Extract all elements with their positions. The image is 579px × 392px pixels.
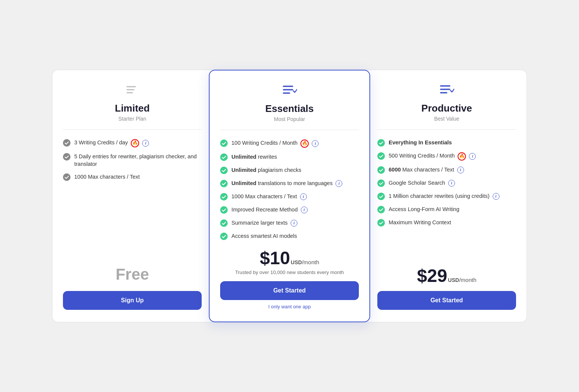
feature-text: 1 Million character rewrites (using cred… bbox=[389, 192, 516, 200]
feature-productive-3: Google Scholar Search i bbox=[377, 179, 516, 187]
feature-text: Unlimited translations to more languages… bbox=[231, 179, 359, 187]
feature-essentials-3: Unlimited translations to more languages… bbox=[220, 179, 359, 187]
feature-text: Summarize larger texts i bbox=[231, 219, 359, 227]
feature-essentials-4: 1000 Max characters / Text i bbox=[220, 193, 359, 201]
plan-icon-limited bbox=[125, 82, 140, 99]
check-icon bbox=[377, 193, 385, 200]
info-icon[interactable]: i bbox=[142, 140, 149, 147]
plan-features-productive: Everything In Essentials 500 Writing Cre… bbox=[377, 139, 516, 257]
plan-pricing-limited: Free Sign Up bbox=[63, 258, 202, 310]
plan-tagline-essentials: Most Popular bbox=[274, 116, 305, 122]
info-icon[interactable]: i bbox=[312, 140, 319, 147]
plan-tagline-limited: Starter Plan bbox=[118, 116, 146, 122]
price-period: /month bbox=[302, 259, 319, 265]
plan-icon-productive bbox=[439, 82, 454, 99]
feature-productive-6: Maximum Writing Context bbox=[377, 219, 516, 227]
plan-pricing-productive: $29 USD /month Get Started bbox=[377, 267, 516, 310]
check-icon bbox=[377, 219, 385, 227]
feature-productive-4: 1 Million character rewrites (using cred… bbox=[377, 192, 516, 200]
plan-card-productive: Productive Best Value Everything In Esse… bbox=[366, 70, 527, 322]
feature-essentials-6: Summarize larger texts i bbox=[220, 219, 359, 227]
feature-essentials-0: 100 Writing Credits / Month 🔥 i bbox=[220, 139, 359, 147]
check-icon bbox=[220, 219, 228, 227]
check-icon bbox=[220, 193, 228, 201]
feature-text: Unlimited plagiarism checks bbox=[231, 166, 359, 174]
feature-essentials-1: Unlimited rewrites bbox=[220, 153, 359, 161]
svg-point-4 bbox=[63, 153, 70, 161]
info-icon[interactable]: i bbox=[457, 167, 464, 173]
check-icon bbox=[63, 153, 70, 161]
svg-point-25 bbox=[377, 206, 385, 213]
check-icon bbox=[63, 139, 70, 147]
feature-text: 1000 Max characters / Text bbox=[74, 173, 202, 181]
check-icon bbox=[377, 139, 385, 147]
signup-button-limited[interactable]: Sign Up bbox=[63, 291, 202, 310]
info-icon[interactable]: i bbox=[448, 180, 455, 187]
trust-text: Trusted by over 10,000 new students ever… bbox=[220, 270, 359, 275]
price-free: Free bbox=[63, 265, 202, 283]
check-icon bbox=[220, 167, 228, 174]
fire-icon[interactable]: 🔥 bbox=[458, 152, 466, 161]
pricing-container: Limited Starter Plan 3 Writing Credits /… bbox=[44, 55, 535, 337]
check-icon bbox=[220, 180, 228, 187]
plan-features-limited: 3 Writing Credits / day 🔥 i 5 Daily entr… bbox=[63, 139, 202, 248]
info-icon[interactable]: i bbox=[300, 193, 307, 200]
feature-text: Google Scholar Search i bbox=[389, 179, 516, 187]
check-icon bbox=[220, 233, 228, 240]
info-icon[interactable]: i bbox=[301, 207, 308, 213]
price-currency: USD bbox=[291, 259, 302, 265]
fire-icon[interactable]: 🔥 bbox=[131, 139, 139, 147]
feature-text: 500 Writing Credits / Month 🔥 i bbox=[389, 152, 516, 160]
info-icon[interactable]: i bbox=[469, 153, 476, 160]
feature-limited-1: 5 Daily entries for rewriter, plagiarism… bbox=[63, 153, 202, 168]
one-app-link[interactable]: I only want one app bbox=[220, 304, 359, 309]
plan-name-productive: Productive bbox=[421, 103, 472, 114]
check-icon bbox=[377, 206, 385, 213]
feature-text: Unlimited rewrites bbox=[231, 153, 359, 161]
svg-point-20 bbox=[377, 139, 385, 147]
cta-button-productive[interactable]: Get Started bbox=[377, 291, 516, 310]
svg-point-14 bbox=[220, 206, 228, 214]
plan-features-essentials: 100 Writing Credits / Month 🔥 i Unlimite… bbox=[220, 139, 359, 240]
check-icon bbox=[220, 153, 228, 161]
plan-card-essentials: Essentials Most Popular 100 Writing Cred… bbox=[209, 70, 370, 322]
plan-icon-essentials bbox=[282, 83, 297, 99]
price-display: $29 USD /month bbox=[377, 267, 516, 285]
feature-text: Access Long-Form AI Writing bbox=[389, 205, 516, 213]
feature-text: Maximum Writing Context bbox=[389, 219, 516, 226]
feature-essentials-5: Improved Recreate Method i bbox=[220, 206, 359, 214]
plan-name-limited: Limited bbox=[115, 103, 150, 114]
info-icon[interactable]: i bbox=[493, 193, 499, 200]
feature-limited-0: 3 Writing Credits / day 🔥 i bbox=[63, 139, 202, 147]
feature-text: 5 Daily entries for rewriter, plagiarism… bbox=[74, 153, 202, 168]
svg-point-3 bbox=[63, 139, 70, 147]
fire-icon[interactable]: 🔥 bbox=[300, 139, 309, 148]
feature-limited-2: 1000 Max characters / Text bbox=[63, 173, 202, 181]
feature-text: 1000 Max characters / Text i bbox=[231, 193, 359, 200]
price-period: /month bbox=[459, 277, 476, 283]
feature-text: 3 Writing Credits / day 🔥 i bbox=[74, 139, 202, 147]
feature-text: Access smartest AI models bbox=[231, 232, 359, 240]
check-icon bbox=[377, 179, 385, 187]
feature-essentials-2: Unlimited plagiarism checks bbox=[220, 166, 359, 174]
check-icon bbox=[220, 139, 228, 147]
info-icon[interactable]: i bbox=[335, 180, 342, 187]
feature-productive-2: 6000 Max characters / Text i bbox=[377, 166, 516, 174]
svg-point-24 bbox=[377, 193, 385, 200]
price-display: $10 USD /month bbox=[220, 249, 359, 267]
info-icon[interactable]: i bbox=[291, 220, 297, 227]
cta-button-essentials[interactable]: Get Started bbox=[220, 281, 359, 300]
feature-productive-0: Everything In Essentials bbox=[377, 139, 516, 147]
price-amount: $29 bbox=[417, 267, 447, 285]
check-icon bbox=[377, 166, 385, 174]
feature-essentials-7: Access smartest AI models bbox=[220, 232, 359, 240]
plan-header-productive: Productive Best Value bbox=[377, 82, 516, 130]
svg-point-11 bbox=[220, 167, 228, 174]
check-icon bbox=[220, 206, 228, 214]
svg-point-9 bbox=[220, 139, 228, 147]
svg-point-22 bbox=[377, 166, 385, 174]
svg-point-26 bbox=[377, 219, 385, 227]
feature-text: Everything In Essentials bbox=[389, 139, 516, 146]
svg-point-15 bbox=[220, 219, 228, 227]
price-currency: USD bbox=[448, 277, 459, 283]
